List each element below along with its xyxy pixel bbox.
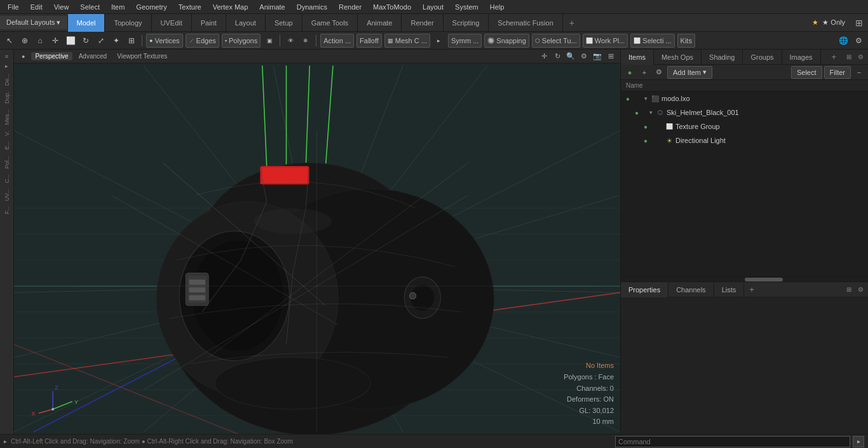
tab-render[interactable]: Render (402, 14, 443, 32)
panel-expand-btn[interactable]: ⊞ (844, 52, 854, 62)
symm-button[interactable]: Symm ... (448, 34, 482, 48)
panel-tab-items[interactable]: Items (621, 50, 654, 65)
hide-btn[interactable]: 👁 (283, 34, 297, 48)
freeze-btn[interactable]: ❄ (299, 34, 313, 48)
vertices-button[interactable]: ● Vertices (146, 34, 183, 48)
tab-layout[interactable]: Layout (226, 14, 266, 32)
tool-rotate-btn[interactable]: ↻ (79, 34, 93, 48)
tab-uvedit[interactable]: UVEdit (152, 14, 192, 32)
item-expand-ski-helmet[interactable]: ▾ (648, 109, 654, 116)
tab-animate[interactable]: Animate (358, 14, 402, 32)
tool-scale-btn[interactable]: ⤢ (94, 34, 108, 48)
scroll-thumb[interactable] (745, 278, 783, 282)
props-tab-properties[interactable]: Properties (621, 282, 668, 297)
item-row-ski-helmet[interactable]: ● ▾ ⬡ Ski_Helmet_Black_001 (630, 105, 868, 119)
settings-btn[interactable]: ⚙ (851, 34, 865, 48)
menu-select[interactable]: Select (75, 2, 105, 12)
items-settings-btn[interactable]: ⚙ (653, 66, 665, 79)
item-expand-modo-lxo[interactable]: ▾ (642, 95, 649, 102)
vp-ctrl-rotate[interactable]: ↻ (552, 51, 563, 62)
add-tab-button[interactable]: + (563, 14, 581, 32)
item-row-modo-lxo[interactable]: ● ▾ ⬛ modo.lxo (621, 92, 868, 105)
star-only-filter[interactable]: ★ ★ Only (807, 18, 850, 27)
work-pl-button[interactable]: ⬜ Work Pl... (583, 34, 628, 48)
command-input[interactable] (615, 436, 850, 447)
panel-tab-meshops[interactable]: Mesh Ops (654, 50, 702, 65)
kits-button[interactable]: Kits (677, 34, 695, 48)
tab-scripting[interactable]: Scripting (444, 14, 489, 32)
props-tab-channels[interactable]: Channels (668, 282, 714, 297)
item-eye-texture-group[interactable]: ● (641, 122, 650, 131)
tool-circle-btn[interactable]: ⊕ (18, 34, 32, 48)
tab-gametools[interactable]: Game Tools (302, 14, 358, 32)
menu-render[interactable]: Render (334, 2, 367, 12)
left-btn-1[interactable]: ≡ (1, 52, 13, 61)
tab-setup[interactable]: Setup (266, 14, 302, 32)
menu-file[interactable]: File (3, 2, 24, 12)
vp-ctrl-lock[interactable]: ⚙ (578, 51, 590, 62)
viewport-advanced[interactable]: Advanced (75, 52, 111, 60)
left-label-uv[interactable]: UV... (4, 186, 10, 203)
tool-move-btn[interactable]: ✛ (48, 34, 62, 48)
globe-btn[interactable]: 🌐 (836, 34, 850, 48)
menu-layout[interactable]: Layout (417, 2, 449, 12)
panel-tab-shading[interactable]: Shading (702, 50, 743, 65)
tab-topology[interactable]: Topology (105, 14, 151, 32)
vp-ctrl-compass[interactable]: ✛ (538, 51, 550, 62)
edges-button[interactable]: ⟋ Edges (186, 34, 219, 48)
polygons-button[interactable]: ▪ Polygons (222, 34, 261, 48)
default-layouts-dropdown[interactable]: Default Layouts ▾ (0, 16, 68, 29)
snapping-button[interactable]: 🔘 Snapping (484, 34, 529, 48)
left-label-de[interactable]: De... (4, 71, 10, 88)
mesh-extra-btn[interactable]: ▸ (432, 34, 446, 48)
items-list-scrollbar[interactable] (621, 276, 868, 282)
menu-texture[interactable]: Texture (173, 2, 207, 12)
panel-add-tab[interactable]: + (826, 52, 841, 62)
left-label-mes[interactable]: Mes... (4, 107, 10, 128)
menu-system[interactable]: System (450, 2, 484, 12)
vp-ctrl-expand[interactable]: ⊞ (605, 51, 616, 62)
item-eye-dir-light[interactable]: ● (641, 136, 650, 145)
maximize-button[interactable]: ⊞ (850, 18, 868, 28)
left-label-c[interactable]: C... (4, 172, 10, 186)
viewport-area[interactable]: ● Perspective Advanced Viewport Textures… (14, 50, 620, 434)
viewport-perspective[interactable]: Perspective (31, 52, 72, 60)
menu-animate[interactable]: Animate (254, 2, 290, 12)
tab-schematic[interactable]: Schematic Fusion (489, 14, 562, 32)
tool-lasso-btn[interactable]: ⌂ (33, 34, 47, 48)
props-expand-btn[interactable]: ⊞ (844, 285, 854, 295)
item-eye-ski-helmet[interactable]: ● (632, 108, 641, 117)
material-btn[interactable]: ▣ (262, 34, 276, 48)
select-tu-button[interactable]: ⬡ Select Tu... (532, 34, 580, 48)
menu-geometry[interactable]: Geometry (131, 2, 172, 12)
props-tab-lists[interactable]: Lists (714, 282, 745, 297)
left-label-e[interactable]: E... (4, 139, 10, 153)
items-minus-btn[interactable]: − (853, 66, 865, 79)
viewport-canvas[interactable]: Y Z X No Items Polygons : Face Channels:… (14, 64, 620, 434)
add-item-button[interactable]: Add Item ▾ (667, 66, 712, 79)
panel-tab-images[interactable]: Images (782, 50, 821, 65)
mesh-button[interactable]: ▦ Mesh C ... (384, 34, 430, 48)
left-label-f[interactable]: F... (4, 204, 10, 217)
action-button[interactable]: Action ... (320, 34, 354, 48)
command-go-button[interactable]: ▸ (853, 436, 864, 447)
tab-paint[interactable]: Paint (192, 14, 226, 32)
items-plus-btn[interactable]: + (638, 66, 651, 79)
select-button[interactable]: Select (791, 66, 822, 79)
selecti-button[interactable]: ⬜ Selecti ... (630, 34, 674, 48)
panel-tab-groups[interactable]: Groups (743, 50, 782, 65)
item-row-texture-group[interactable]: ● ▸ ⬜ Texture Group (639, 119, 868, 133)
menu-view[interactable]: View (49, 2, 74, 12)
menu-item[interactable]: Item (106, 2, 130, 12)
falloff-button[interactable]: Falloff (356, 34, 382, 48)
menu-help[interactable]: Help (485, 2, 510, 12)
filter-button[interactable]: Filter (824, 66, 851, 79)
menu-edit[interactable]: Edit (25, 2, 48, 12)
item-eye-modo-lxo[interactable]: ● (623, 94, 632, 103)
props-settings-btn[interactable]: ⚙ (855, 285, 865, 295)
menu-vertex-map[interactable]: Vertex Map (208, 2, 254, 12)
left-btn-2[interactable]: ▸ (1, 62, 13, 71)
left-label-dup[interactable]: Dup. (4, 89, 10, 106)
props-add-tab[interactable]: + (744, 285, 759, 294)
tool-snap-btn[interactable]: ⊞ (125, 34, 139, 48)
